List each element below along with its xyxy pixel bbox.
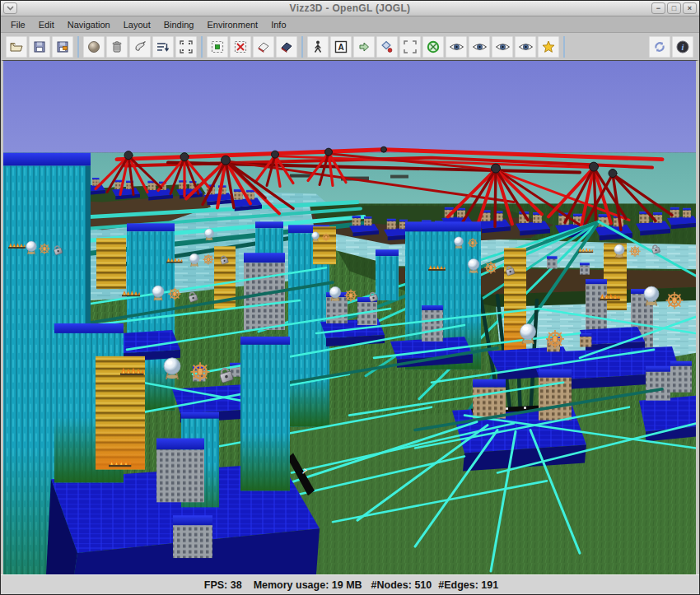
toolbar-separator (77, 36, 79, 58)
show-labels-button[interactable]: A (330, 36, 352, 58)
selection-brackets-icon (403, 40, 418, 54)
minimize-button[interactable]: − (651, 2, 665, 14)
play-forward-button[interactable] (353, 36, 375, 58)
move-node-icon (380, 40, 394, 54)
app-window: Vizz3D - OpenGL (JOGL) − □ × File Edit N… (0, 0, 700, 595)
eraser-light-button[interactable] (253, 36, 274, 58)
eye-icon (449, 41, 464, 53)
eraser-dark-icon (279, 40, 294, 54)
delete-trash-button[interactable] (106, 36, 128, 58)
sort-layers-button[interactable] (152, 36, 174, 58)
favorites-star-button[interactable] (538, 36, 559, 58)
title-bar: Vizz3D - OpenGL (JOGL) − □ × (1, 1, 699, 16)
eye-icon (472, 41, 488, 53)
viewport-canvas[interactable]: 7 (1, 60, 699, 574)
maximize-button[interactable]: □ (667, 2, 681, 14)
center-target-icon (426, 40, 441, 54)
save-button[interactable] (29, 36, 50, 58)
add-node-icon (210, 40, 225, 54)
open-folder-icon (9, 40, 24, 54)
star-icon (541, 40, 556, 54)
window-title: Vizz3D - OpenGL (JOGL) (1, 2, 699, 14)
svg-text:A: A (338, 43, 343, 52)
toolbar-separator (301, 36, 303, 58)
remove-node-button[interactable] (230, 36, 251, 58)
green-arrow-icon (357, 40, 371, 54)
status-edges: #Edges: 191 (438, 579, 498, 591)
menu-binding[interactable]: Binding (157, 18, 201, 31)
menu-bar: File Edit Navigation Layout Binding Envi… (1, 16, 699, 33)
toolbar: A (1, 33, 699, 60)
trash-icon (110, 40, 124, 54)
sphere-icon (86, 40, 101, 54)
save-as-button[interactable] (52, 36, 73, 58)
remove-node-icon (233, 40, 248, 54)
eye-icon (518, 41, 534, 53)
center-view-button[interactable] (422, 36, 444, 58)
visibility-toggle-1-button[interactable] (446, 36, 467, 58)
create-sphere-button[interactable] (83, 36, 105, 58)
fit-to-view-button[interactable] (175, 36, 197, 58)
status-nodes: #Nodes: 510 (371, 579, 432, 591)
scene-sky (3, 61, 696, 160)
toolbar-separator (201, 36, 203, 58)
window-menu-button[interactable] (3, 2, 17, 14)
fit-view-brackets-icon (179, 40, 194, 54)
add-node-button[interactable] (207, 36, 228, 58)
eye-icon (495, 41, 511, 53)
menu-layout[interactable]: Layout (117, 18, 157, 31)
toolbar-separator (563, 36, 565, 58)
paint-tool-button[interactable] (129, 36, 151, 58)
sync-arrows-icon (652, 40, 667, 54)
sort-layers-icon (156, 40, 170, 54)
3d-scene: 7 (3, 61, 696, 574)
selection-frame-button[interactable] (399, 36, 421, 58)
save-floppy-icon (32, 40, 47, 54)
avatar-navigation-button[interactable] (307, 36, 329, 58)
walking-person-icon (310, 40, 325, 54)
menu-environment[interactable]: Environment (200, 18, 264, 31)
move-node-button[interactable] (376, 36, 398, 58)
window-controls: − □ × (651, 2, 697, 14)
visibility-toggle-2-button[interactable] (469, 36, 490, 58)
status-bar: FPS: 38 Memory usage: 19 MB #Nodes: 510 … (1, 574, 699, 594)
chevron-down-icon (7, 6, 14, 11)
reload-sync-button[interactable] (649, 36, 670, 58)
paint-brush-icon (133, 40, 147, 54)
info-icon: i (675, 40, 690, 54)
info-about-button[interactable]: i (672, 36, 693, 58)
visibility-toggle-3-button[interactable] (492, 36, 513, 58)
menu-navigation[interactable]: Navigation (61, 18, 117, 31)
letter-a-box-icon: A (334, 40, 348, 54)
close-button[interactable]: × (683, 2, 697, 14)
eraser-dark-button[interactable] (276, 36, 297, 58)
status-fps: FPS: 38 (204, 579, 242, 591)
eraser-light-icon (256, 40, 271, 54)
visibility-toggle-4-button[interactable] (515, 36, 536, 58)
menu-edit[interactable]: Edit (32, 18, 61, 31)
status-memory: Memory usage: 19 MB (254, 579, 362, 591)
save-as-floppy-icon (55, 40, 70, 54)
menu-info[interactable]: Info (264, 18, 292, 31)
open-file-button[interactable] (6, 36, 27, 58)
menu-file[interactable]: File (4, 18, 32, 31)
svg-text:i: i (682, 43, 684, 52)
